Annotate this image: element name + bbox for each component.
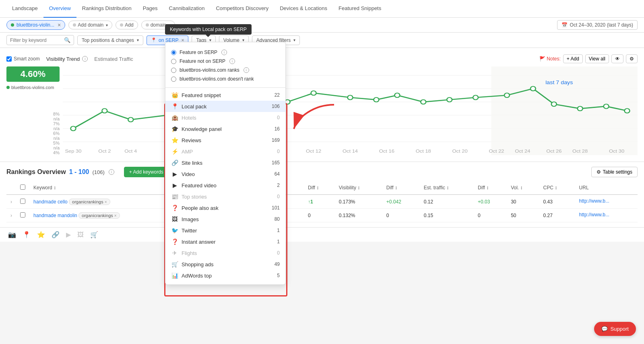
- feature-on-info[interactable]: i: [221, 50, 227, 55]
- serp-dropdown[interactable]: Feature on SERP i Feature not on SERP i …: [165, 42, 286, 242]
- serp-radio-label: bluettbros-violins.com ranks: [180, 67, 239, 73]
- svg-text:Oct 22: Oct 22: [489, 149, 504, 154]
- date-range-label: Oct 24–30, 2020 (last 7 days): [570, 22, 633, 28]
- th-checkbox[interactable]: [16, 181, 29, 195]
- th-visibility[interactable]: Visibility ↕: [335, 181, 382, 195]
- tag-remove-icon[interactable]: ×: [105, 200, 107, 204]
- serp-item-instant-answer[interactable]: ❓ Instant answer 1: [165, 236, 285, 242]
- news-icon: 📰: [171, 193, 178, 200]
- tooltip-text: Keywords with Local pack on SERP: [170, 27, 247, 32]
- keyword-link[interactable]: handmade cello: [33, 199, 68, 205]
- row-expand-icon[interactable]: ›: [6, 209, 16, 222]
- add-domain-chevron: ▾: [106, 23, 108, 27]
- tab-competitors[interactable]: Competitors Discovery: [210, 0, 274, 18]
- row-checkbox[interactable]: [16, 209, 29, 222]
- feature-not-info[interactable]: i: [229, 58, 235, 64]
- serp-label: Twitter: [182, 228, 197, 234]
- th-diff[interactable]: Diff ↕: [304, 181, 335, 195]
- pin-icon: 📍: [171, 103, 178, 110]
- domain-remove-icon[interactable]: ×: [58, 22, 61, 28]
- serp-item-video[interactable]: ▶ Video 64: [165, 168, 285, 180]
- serp-item-twitter[interactable]: 🐦 Twitter 1: [165, 225, 285, 236]
- svg-point-16: [348, 95, 353, 100]
- tab-rankings-dist[interactable]: Rankings Distribution: [76, 0, 137, 18]
- link-icon[interactable]: 🔗: [50, 230, 61, 239]
- visibility-trend-tab[interactable]: Visibility Trend i: [46, 56, 88, 62]
- serp-item-top-stories[interactable]: 📰 Top stories 0: [165, 191, 285, 202]
- keyword-filter-input[interactable]: [10, 37, 62, 43]
- tab-cannibalization[interactable]: Cannibalization: [163, 0, 211, 18]
- serp-item-local-pack[interactable]: 📍 Local pack 106: [165, 101, 285, 112]
- serp-radio-doesnt-rank[interactable]: bluettbros-violins.com doesn't rank: [171, 75, 280, 83]
- crown-icon: 👑: [171, 92, 178, 98]
- serp-item-images[interactable]: 🖼 Images 80: [165, 213, 285, 225]
- row-est-traffic: 0.12: [420, 195, 474, 209]
- view-all-button[interactable]: View all: [585, 54, 609, 63]
- ranks-info[interactable]: i: [244, 67, 249, 73]
- keyword-link[interactable]: handmade mandolin: [33, 213, 77, 218]
- serp-item-featured-snippet[interactable]: 👑 Featured snippet 22: [165, 89, 285, 101]
- th-vis-diff[interactable]: Diff ↕: [382, 181, 420, 195]
- add-keywords-button[interactable]: + Add keywords: [124, 167, 169, 177]
- image-icon[interactable]: 🖼: [76, 230, 85, 239]
- tab-snippets[interactable]: Featured Snippets: [333, 0, 387, 18]
- add-domain-button[interactable]: Add domain ▾: [68, 21, 112, 29]
- serp-item-people-ask[interactable]: ❓ People also ask 101: [165, 202, 285, 213]
- th-est-diff[interactable]: Diff ↕: [474, 181, 507, 195]
- tag-remove-icon[interactable]: ×: [114, 213, 117, 218]
- add-btn-1[interactable]: Add: [116, 21, 138, 29]
- add-btn-dot: [120, 23, 123, 27]
- serp-count: 1: [277, 228, 280, 233]
- cart-icon[interactable]: 🛒: [89, 230, 100, 239]
- serp-item-site-links[interactable]: 🔗 Site links 165: [165, 157, 285, 168]
- camera-icon[interactable]: 📷: [6, 230, 18, 239]
- tab-pages[interactable]: Pages: [137, 0, 163, 18]
- select-all-checkbox[interactable]: [20, 184, 25, 190]
- serp-radio-feature-on[interactable]: Feature on SERP i: [171, 48, 280, 57]
- date-range-picker[interactable]: 📅 Oct 24–30, 2020 (last 7 days): [557, 20, 638, 30]
- estimated-traffic-tab[interactable]: Estimated Traffic: [94, 56, 133, 62]
- th-expand: [6, 181, 16, 195]
- serp-radio-doesnt-rank-input[interactable]: [171, 77, 176, 82]
- rankings-info-icon[interactable]: i: [109, 169, 114, 175]
- smart-zoom-checkbox[interactable]: [6, 56, 12, 62]
- serp-radio-feature-on-input[interactable]: [171, 50, 176, 55]
- tab-overview[interactable]: Overview: [43, 0, 76, 18]
- serp-radio-feature-not-input[interactable]: [171, 59, 176, 64]
- serp-item-knowledge-panel[interactable]: 🎓 Knowledge panel 16: [165, 123, 285, 135]
- serp-radio-ranks-input[interactable]: [171, 68, 176, 73]
- url-link[interactable]: http://www.b...: [579, 212, 609, 218]
- chart-settings-button[interactable]: ⚙: [626, 54, 638, 63]
- th-cpc[interactable]: CPC ↕: [539, 181, 575, 195]
- notes-visibility-button[interactable]: 👁: [611, 54, 623, 63]
- add-note-button[interactable]: + Add: [563, 54, 583, 63]
- location-pin-icon[interactable]: 📍: [21, 230, 32, 239]
- url-link[interactable]: http://www.b...: [579, 198, 609, 204]
- video-icon[interactable]: ▶: [64, 230, 72, 239]
- serp-label: Top stories: [182, 194, 207, 200]
- tab-landscape[interactable]: Landscape: [6, 0, 43, 18]
- smart-zoom-toggle[interactable]: Smart zoom: [6, 56, 40, 62]
- serp-item-reviews[interactable]: ⭐ Reviews 169: [165, 135, 285, 146]
- tab-devices[interactable]: Devices & Locations: [274, 0, 333, 18]
- star-icon[interactable]: ⭐: [35, 230, 47, 239]
- th-est-traffic[interactable]: Est. traffic ↕: [420, 181, 474, 195]
- serp-radio-feature-not[interactable]: Feature not on SERP i: [171, 57, 280, 66]
- th-vol[interactable]: Vol. ↕: [507, 181, 539, 195]
- serp-item-hotels[interactable]: 🏨 Hotels 0: [165, 112, 285, 123]
- diff-arrow: ↑1: [308, 199, 313, 205]
- serp-count: 64: [275, 171, 280, 177]
- svg-text:Oct 18: Oct 18: [416, 149, 431, 154]
- serp-item-featured-video[interactable]: ▶ Featured video 2: [165, 180, 285, 191]
- row-checkbox[interactable]: [16, 195, 29, 209]
- positions-filter-btn[interactable]: Top positions & changes ▾: [77, 35, 143, 45]
- th-keyword[interactable]: Keyword ↕: [29, 181, 183, 195]
- serp-item-amp[interactable]: ⚡ AMP 0: [165, 146, 285, 157]
- domain-pill[interactable]: bluettbros-violin... ×: [6, 20, 65, 30]
- row-expand-icon[interactable]: ›: [6, 195, 16, 209]
- instant-answer-icon: ❓: [171, 238, 178, 242]
- visibility-info-icon[interactable]: i: [82, 56, 88, 62]
- table-settings-button[interactable]: ⚙ Table settings: [591, 167, 638, 177]
- svg-point-21: [473, 95, 478, 100]
- serp-radio-ranks[interactable]: bluettbros-violins.com ranks i: [171, 66, 280, 75]
